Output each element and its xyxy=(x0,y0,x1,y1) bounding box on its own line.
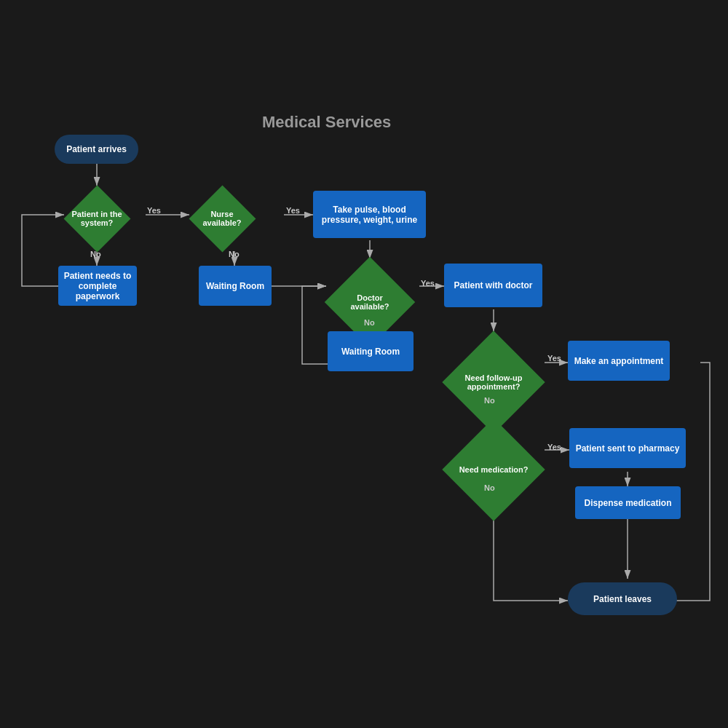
label-yes-followup: Yes xyxy=(547,354,561,363)
take-pulse-node: Take pulse, blood pressure, weight, urin… xyxy=(313,191,426,238)
waiting-room-2-node: Waiting Room xyxy=(328,331,414,371)
label-no-nurse: No xyxy=(229,250,240,258)
patient-leaves-node: Patient leaves xyxy=(568,582,677,615)
label-no-medication: No xyxy=(484,483,495,492)
patient-with-doctor-node: Patient with doctor xyxy=(444,264,542,307)
label-yes-medication: Yes xyxy=(547,443,561,451)
page-title: Medical Services xyxy=(262,113,391,132)
patient-in-system-diamond: Patient in the system? xyxy=(64,186,130,251)
label-no-patient-system: No xyxy=(90,250,101,258)
dispense-medication-node: Dispense medication xyxy=(575,486,681,519)
patient-to-pharmacy-node: Patient sent to pharmacy xyxy=(569,428,686,468)
patient-arrives-node: Patient arrives xyxy=(55,135,138,164)
patient-needs-paperwork-node: Patient needs to complete paperwork xyxy=(58,266,137,306)
flowchart-canvas: Medical Services xyxy=(0,0,728,728)
label-yes-patient-system: Yes xyxy=(147,206,161,215)
label-no-followup: No xyxy=(484,396,495,405)
label-yes-nurse: Yes xyxy=(286,206,300,215)
need-medication-diamond: Need medication? xyxy=(443,419,545,521)
make-appointment-node: Make an appointment xyxy=(568,341,670,381)
label-yes-doctor: Yes xyxy=(421,279,435,288)
label-no-doctor: No xyxy=(364,318,375,327)
waiting-room-1-node: Waiting Room xyxy=(199,266,272,306)
nurse-available-diamond: Nurse available? xyxy=(189,186,255,251)
